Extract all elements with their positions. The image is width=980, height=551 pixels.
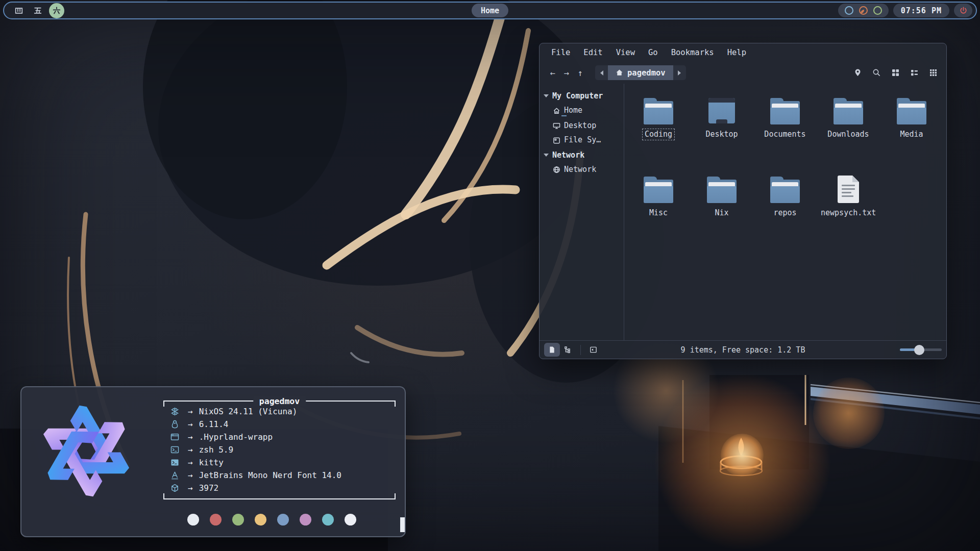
arrow-icon: →	[188, 445, 193, 455]
fastfetch-box: pagedmov → NixOS 24.11 (Vicuna) → 6.11.4…	[163, 400, 396, 499]
sidebar-section-network[interactable]: Network	[540, 148, 624, 162]
sidebar-item-desktop[interactable]: Desktop	[540, 118, 624, 133]
caret-down-icon	[544, 154, 549, 157]
status-bar: 9 items, Free space: 1.2 TB	[540, 340, 946, 359]
nix-snowflake-icon	[170, 407, 180, 416]
clock[interactable]: 07:56 PM	[893, 4, 949, 17]
status-indicators[interactable]	[838, 4, 889, 17]
home-icon	[553, 107, 560, 115]
file-item-documents[interactable]: Documents	[754, 97, 816, 176]
file-item-repos[interactable]: repos	[754, 176, 816, 254]
places-pane-button[interactable]	[544, 343, 560, 357]
desktop-folder-icon	[707, 97, 737, 126]
file-name: Documents	[762, 129, 808, 140]
workspace-5[interactable]	[30, 3, 45, 18]
chevron-left-icon	[600, 70, 603, 76]
sidebar: My Computer Home Desktop File Sy… Networ…	[540, 84, 624, 340]
cjk-five-glyph	[33, 6, 42, 15]
workspace-indicators	[11, 3, 64, 18]
font-icon	[170, 470, 180, 480]
palette-dot	[300, 514, 311, 525]
forward-button[interactable]: →	[559, 66, 573, 80]
path-segment-label: pagedmov	[627, 68, 666, 78]
arrow-icon: →	[188, 419, 193, 429]
file-name: Downloads	[825, 129, 871, 140]
folder-icon	[834, 97, 863, 126]
path-bar: pagedmov	[595, 65, 686, 80]
file-item-misc[interactable]: Misc	[628, 176, 689, 254]
up-button[interactable]: ↑	[573, 66, 587, 80]
home-icon	[616, 69, 623, 77]
file-manager-window: File Edit View Go Bookmarks Help ← → ↑ p…	[539, 43, 947, 359]
wm-window-icon	[170, 432, 180, 442]
indicator-green-circle-icon	[873, 6, 882, 15]
font-value: JetBrains Mono Nerd Font 14.0	[199, 470, 341, 480]
menu-help[interactable]: Help	[721, 46, 753, 59]
path-segment-home[interactable]: pagedmov	[608, 65, 673, 80]
menu-bookmarks[interactable]: Bookmarks	[665, 46, 721, 59]
file-item-newpsych-txt[interactable]: newpsych.txt	[818, 176, 879, 254]
folder-icon	[770, 97, 800, 126]
file-item-nix[interactable]: Nix	[691, 176, 752, 254]
workspace-4[interactable]	[11, 3, 27, 18]
path-scroll-right-button[interactable]	[673, 65, 686, 80]
fetch-row-terminal: → kitty	[168, 456, 390, 469]
power-button[interactable]	[954, 4, 972, 17]
compact-view-button[interactable]	[926, 66, 940, 80]
file-name: Coding	[642, 129, 675, 140]
menu-file[interactable]: File	[545, 46, 577, 59]
kernel-value: 6.11.4	[199, 419, 229, 429]
file-item-coding[interactable]: Coding	[628, 97, 689, 176]
search-icon	[872, 68, 881, 77]
back-button[interactable]: ←	[546, 66, 559, 80]
compact-view-grid-icon	[929, 68, 938, 77]
zoom-slider[interactable]	[900, 343, 942, 357]
sidebar-item-label: Home	[564, 106, 582, 116]
terminal-app-icon	[170, 458, 180, 467]
indicator-orange-circle-icon	[859, 6, 868, 15]
sidebar-item-label: File Sy…	[564, 135, 601, 145]
sidebar-item-file-system[interactable]: File Sy…	[540, 133, 624, 148]
path-scroll-left-button[interactable]	[595, 65, 608, 80]
file-name: Misc	[647, 207, 670, 219]
sidebar-item-network[interactable]: Network	[540, 162, 624, 177]
topbar-right-modules: 07:56 PM	[838, 4, 972, 17]
cjk-four-glyph	[14, 6, 23, 15]
box-corner	[163, 493, 164, 499]
tree-pane-button[interactable]	[560, 343, 576, 357]
sidebar-item-label: Network	[564, 165, 596, 174]
terminal-window[interactable]: pagedmov → NixOS 24.11 (Vicuna) → 6.11.4…	[20, 386, 406, 537]
file-name: Media	[897, 129, 925, 140]
file-icon-view: Coding Desktop Documents Downloads Media…	[624, 84, 946, 340]
folder-icon	[644, 176, 673, 204]
detailed-list-view-button[interactable]	[908, 66, 921, 80]
file-item-downloads[interactable]: Downloads	[818, 97, 879, 176]
file-item-media[interactable]: Media	[881, 97, 942, 176]
sidebar-section-my-computer[interactable]: My Computer	[540, 89, 624, 103]
workspace-6-active[interactable]	[49, 3, 64, 18]
folder-icon	[897, 97, 926, 126]
arrow-icon: →	[188, 407, 193, 416]
slider-handle[interactable]	[914, 345, 924, 355]
file-name: repos	[771, 207, 799, 219]
wm-value: .Hyprland-wrapp	[199, 432, 273, 442]
folder-icon	[644, 97, 673, 126]
tree-view-icon	[564, 346, 572, 354]
indicator-blue-circle-icon	[845, 6, 853, 15]
fetch-row-shell: → zsh 5.9	[168, 443, 390, 456]
toggle-side-pane-button[interactable]	[585, 343, 601, 357]
menu-view[interactable]: View	[609, 46, 642, 59]
file-name: newpsych.txt	[818, 207, 878, 219]
icon-view-button[interactable]	[889, 66, 902, 80]
caret-down-icon	[544, 94, 549, 97]
menu-edit[interactable]: Edit	[577, 46, 609, 59]
menu-go[interactable]: Go	[642, 46, 665, 59]
sidebar-item-home[interactable]: Home	[540, 103, 624, 118]
section-label: Network	[552, 151, 584, 160]
file-name: Nix	[712, 207, 731, 219]
palette-dot	[277, 514, 289, 525]
location-button[interactable]	[851, 66, 865, 80]
file-item-desktop[interactable]: Desktop	[691, 97, 752, 176]
folder-icon	[707, 176, 737, 204]
search-button[interactable]	[870, 66, 884, 80]
